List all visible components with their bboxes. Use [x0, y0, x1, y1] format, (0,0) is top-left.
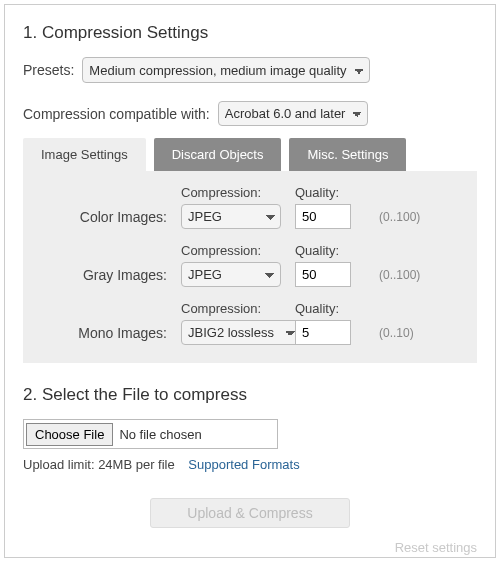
gray-images-label: Gray Images: [37, 267, 167, 283]
color-images-label: Color Images: [37, 209, 167, 225]
mono-images-label: Mono Images: [37, 325, 167, 341]
file-placeholder: No file chosen [119, 427, 201, 442]
gray-quality-input[interactable] [295, 262, 351, 287]
tab-image-settings[interactable]: Image Settings [23, 138, 146, 171]
presets-label: Presets: [23, 62, 74, 78]
gray-compression-select[interactable]: JPEG [181, 262, 281, 287]
file-input-wrapper[interactable]: Choose File No file chosen [23, 419, 278, 449]
reset-settings-link[interactable]: Reset settings [23, 540, 477, 555]
choose-file-button[interactable]: Choose File [26, 423, 113, 446]
step2-heading: 2. Select the File to compress [23, 385, 477, 405]
gray-quality-range: (0..100) [379, 268, 439, 282]
tab-discard-objects[interactable]: Discard Objects [154, 138, 282, 171]
quality-header: Quality: [295, 185, 365, 200]
color-compression-select[interactable]: JPEG [181, 204, 281, 229]
upload-compress-button[interactable]: Upload & Compress [150, 498, 350, 528]
mono-compression-select[interactable]: JBIG2 lossless [181, 320, 301, 345]
supported-formats-link[interactable]: Supported Formats [188, 457, 299, 472]
presets-select[interactable]: Medium compression, medium image quality [82, 57, 370, 83]
mono-quality-input[interactable] [295, 320, 351, 345]
image-settings-panel: Compression: Quality: Color Images: JPEG… [23, 171, 477, 363]
compat-label: Compression compatible with: [23, 106, 210, 122]
upload-limit-text: Upload limit: 24MB per file [23, 457, 175, 472]
mono-quality-range: (0..10) [379, 326, 439, 340]
color-quality-range: (0..100) [379, 210, 439, 224]
compression-header: Compression: [181, 185, 281, 200]
compat-select[interactable]: Acrobat 6.0 and later [218, 101, 368, 126]
tab-misc-settings[interactable]: Misc. Settings [289, 138, 406, 171]
color-quality-input[interactable] [295, 204, 351, 229]
step1-heading: 1. Compression Settings [23, 23, 477, 43]
